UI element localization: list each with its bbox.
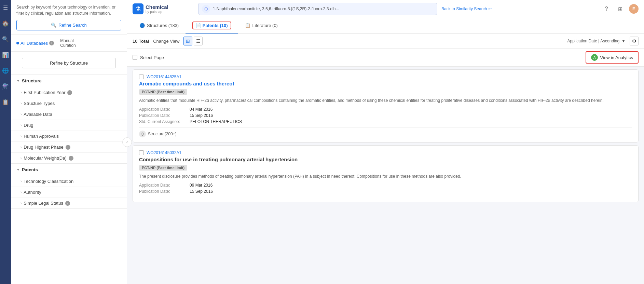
sidebar-item-technology-classification[interactable]: › Technology Classification [11,176,127,187]
sidebar-hint-text: Search by keyword for your technology or… [16,4,121,16]
chevron-icon: › [20,112,22,116]
structure-section: ▼ Structure › First Publication Year i ›… [11,75,127,164]
sidebar-collapse-button[interactable]: ‹ [122,137,132,147]
refine-search-label: Refine Search [58,23,86,28]
structure-section-title[interactable]: ▼ Structure [11,75,127,87]
sidebar-wrapper: Search by keyword for your technology or… [11,0,127,284]
sidebar-item-available-data[interactable]: › Available Data [11,109,127,120]
nav-search-icon[interactable]: 🔍 [1,34,10,44]
chevron-icon: › [20,102,22,105]
back-to-search-label: Back to Similarity Search [441,6,487,11]
sidebar-item-structure-types[interactable]: › Structure Types [11,98,127,109]
sidebar-item-human-approvals[interactable]: › Human Approvals [11,131,127,141]
sidebar-item-simple-legal-status[interactable]: › Simple Legal Status i [11,198,127,208]
all-databases-option[interactable]: All Databases i [16,41,54,46]
chevron-icon: › [20,91,22,94]
grid-view-icon[interactable]: ⊞ [183,37,192,45]
info-icon-legal: i [65,201,70,206]
patent-badge-2: PCT-NP (Past time limit) [139,165,187,171]
tab-patents[interactable]: 📄 Patents (10) [186,18,238,33]
sidebar-item-molecular-weight[interactable]: › Molecular Weight(Da) i [11,152,127,163]
db-indicator-dot [16,42,19,44]
structures-icon: 🔵 [139,23,145,28]
manual-curation-labels: Manual Curation [60,38,76,48]
patent-id-2: WO2016145032A1 [139,150,632,155]
info-icon-db: i [49,41,54,45]
refine-search-button[interactable]: 🔍 Refine Search [16,20,121,30]
patents-chevron-icon: ▼ [16,168,20,172]
app-sub: by patsnap [146,10,168,14]
search-bar[interactable]: ⬡ 1-Naphthalenecarbonitrile, 3,5,6-trifl… [198,3,437,15]
results-toolbar: 10 Total Change View ⊞ ☰ Application Dat… [127,34,644,49]
manual-label: Manual [60,38,76,43]
simple-legal-status-label: Simple Legal Status [24,201,63,206]
view-analytics-label: View in Analytics [600,55,633,60]
patent-id-text-2[interactable]: WO2016145032A1 [147,150,181,155]
database-selector[interactable]: All Databases i Manual Curation [11,35,127,52]
sidebar-header: Search by keyword for your technology or… [11,0,127,35]
tabs-bar: 🔵 Structures (183) 📄 Patents (10) 📋 Lite… [127,18,644,34]
sort-chevron-icon: ▼ [621,39,626,43]
chevron-icon: › [20,123,22,127]
app-name: Chemical [146,4,168,10]
sort-label: Application Date | Ascending [567,39,620,43]
tab-literature[interactable]: 📋 Literature (0) [238,19,285,32]
patent-checkbox-1[interactable] [139,75,144,79]
view-icons-group: ⊞ ☰ [183,37,203,45]
curation-label: Curation [60,43,76,48]
patent-card-2: WO2016145032A1 Compositions for use in t… [133,145,639,202]
refine-by-structure-button[interactable]: Refine by Structure [22,58,116,68]
chevron-icon: › [20,145,22,149]
sidebar-item-drug-highest-phase[interactable]: › Drug Highest Phase i [11,141,127,152]
sort-selector[interactable]: Application Date | Ascending ▼ [567,39,626,43]
select-page-control: Select Page [133,55,164,60]
assignee-value-1: PELOTON THERAPEUTICS [190,119,632,124]
nav-home-icon[interactable]: 🏠 [1,18,10,28]
drug-highest-phase-label: Drug Highest Phase [24,145,63,150]
patents-section-title[interactable]: ▼ Patents [11,164,127,176]
structure-molecule-icon-1: ⬡ [139,131,146,137]
structure-link-1[interactable]: ⬡ Structure(200+) [139,127,632,137]
human-approvals-label: Human Approvals [24,134,59,139]
nav-globe-icon[interactable]: 🌐 [1,66,10,75]
back-arrow-icon: ↩ [488,6,492,11]
pub-date-label-2: Publication Date: [139,189,187,194]
select-page-checkbox[interactable] [133,55,137,60]
settings-gear-button[interactable]: ⚙ [630,37,639,45]
nav-list-icon[interactable]: 📋 [1,97,10,107]
select-page-row: Select Page A View in Analytics [127,49,644,67]
info-icon-first-pub: i [67,90,72,95]
patents-section-label: Patents [22,167,38,172]
nav-flask-icon[interactable]: ⚗️ [1,81,10,91]
logo-area: ⚗ Chemical by patsnap [133,3,194,14]
patent-card-1: WO2016144825A1 Aromatic compounds and us… [133,69,639,143]
list-view-icon[interactable]: ☰ [194,37,203,45]
nav-menu-icon[interactable]: ☰ [1,3,10,12]
patent-title-1[interactable]: Aromatic compounds and uses thereof [139,81,632,86]
apps-grid-icon[interactable]: ⊞ [615,4,625,14]
search-molecule-icon: ⬡ [202,5,210,13]
app-name-block: Chemical by patsnap [146,4,168,14]
patent-checkbox-2[interactable] [139,150,144,155]
sidebar-item-authority[interactable]: › Authority [11,187,127,198]
patent-title-2[interactable]: Compositions for use in treating pulmona… [139,157,632,162]
technology-classification-label: Technology Classification [24,179,73,184]
patent-id-text-1[interactable]: WO2016144825A1 [147,75,181,79]
results-list: WO2016144825A1 Aromatic compounds and us… [127,67,644,284]
back-to-search-link[interactable]: Back to Similarity Search ↩ [441,6,492,11]
sidebar-item-first-pub-year[interactable]: › First Publication Year i [11,87,127,98]
app-date-value-1: 04 Mar 2016 [190,107,632,112]
help-icon[interactable]: ? [602,4,611,14]
avatar[interactable]: E [629,4,639,14]
tab-structures[interactable]: 🔵 Structures (183) [133,19,186,32]
nav-analytics-icon[interactable]: 📊 [1,50,10,59]
drug-label: Drug [24,123,33,128]
search-text-display: 1-Naphthalenecarbonitrile, 3,5,6-trifluo… [213,6,434,11]
refine-structure-label: Refine by Structure [50,60,88,66]
available-data-label: Available Data [24,112,52,117]
view-analytics-button[interactable]: A View in Analytics [586,51,639,64]
app-date-value-2: 09 Mar 2016 [190,183,632,188]
sidebar: Search by keyword for your technology or… [11,0,127,284]
patents-icon: 📄 [196,23,201,28]
sidebar-item-drug[interactable]: › Drug [11,120,127,131]
